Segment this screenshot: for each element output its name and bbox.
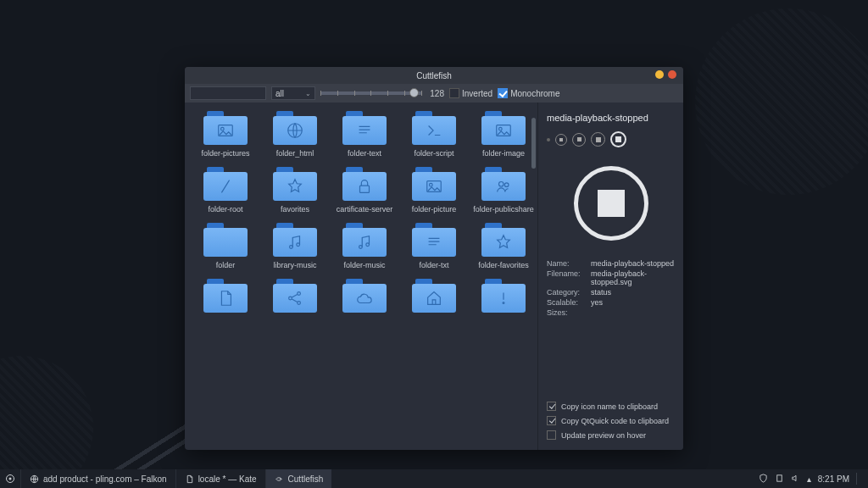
details-title: media-playback-stopped [547,113,675,123]
desktop-peek[interactable] [856,473,861,485]
icon-label: folder-picture [412,206,457,214]
folder-icon [342,167,387,201]
folder-icon [203,223,248,257]
copy-name-action[interactable]: Copy icon name to clipboard [547,402,675,411]
icon-cell-bang[interactable] [471,279,536,313]
icon-cell-share[interactable] [263,279,327,313]
icon-cell-folder-image[interactable]: folder-image [471,111,536,158]
details-metadata: Name: media-playback-stopped Filename: m… [547,259,675,317]
icon-cell-home[interactable] [402,279,466,313]
music-icon [351,233,378,252]
meta-category-key: Category: [547,288,587,297]
copy-name-label: Copy icon name to clipboard [561,402,658,411]
icon-cell-library-music[interactable]: library-music [263,223,327,270]
folder-icon [481,111,526,145]
monochrome-checkbox[interactable] [498,88,508,98]
icon-label: folder_html [276,150,314,158]
folder-icon [273,279,317,313]
task-label: locale * — Kate [198,474,257,484]
window-close-button[interactable] [668,70,676,79]
home-icon [420,289,448,308]
doc-icon [185,474,194,484]
icon-cell-doc[interactable] [193,279,258,313]
size-option-s[interactable] [555,134,567,146]
image-icon [212,121,239,140]
meta-category-value: status [591,288,675,297]
scrollbar-thumb[interactable] [531,118,536,169]
monochrome-label: Monochrome [510,89,559,98]
size-option-l[interactable] [591,132,605,147]
icon-cell-folder_html[interactable]: folder_html [263,111,327,158]
size-option-m[interactable] [572,133,586,147]
icon-cell-folder-music[interactable]: folder-music [332,223,397,270]
folder-icon [412,111,456,145]
folder-icon [203,167,248,201]
size-value: 128 [426,89,444,98]
icon-cell-folder-txt[interactable]: folder-txt [402,223,466,270]
icon-label: favorites [281,206,309,214]
filter-combo[interactable]: all ⌄ [271,86,315,100]
meta-name-value: media-playback-stopped [591,259,675,268]
size-option-xl[interactable] [610,131,626,147]
task-label: Cuttlefish [288,474,324,484]
folder-icon [481,279,526,313]
window-minimize-button[interactable] [655,70,664,79]
icon-cell-folder-pictures[interactable]: folder-pictures [193,111,258,158]
update-hover-action[interactable]: Update preview on hover [547,430,675,440]
icon-cell-folder-publicshare[interactable]: folder-publicshare [471,167,536,214]
folder-icon [273,111,317,145]
lines-icon [420,233,448,252]
icon-cell-favorites[interactable]: favorites [263,167,327,214]
icon-cell-folder-favorites[interactable]: folder-favorites [471,223,536,270]
search-input[interactable] [190,86,266,100]
icon-cell-cloud[interactable] [332,279,397,313]
size-option-xs[interactable] [547,138,550,141]
folder-icon [481,167,526,201]
inverted-checkbox[interactable] [449,88,459,98]
task-label: add product - pling.com – Falkon [43,474,167,484]
update-hover-label: Update preview on hover [561,431,646,440]
svg-point-1 [9,478,12,480]
music-icon [281,233,309,252]
start-button[interactable] [0,474,20,484]
icon-grid-viewport: folder-picturesfolder_htmlfolder-textfol… [185,103,537,450]
icon-label: cartificate-server [337,206,393,214]
volume-icon[interactable] [791,474,800,485]
taskbar-task[interactable]: locale * — Kate [175,469,265,488]
titlebar[interactable]: Cuttlefish [185,67,683,84]
lines-icon [351,121,378,140]
slider-thumb[interactable] [409,88,419,97]
meta-sizes-key: Sizes: [547,308,587,317]
icon-cell-cartificate-server[interactable]: cartificate-server [332,167,397,214]
inverted-label: Inverted [462,89,492,98]
copy-qt-label: Copy QtQuick code to clipboard [561,417,669,425]
icon-label: folder-txt [419,262,448,270]
icon-label: folder-pictures [201,150,249,158]
icon-cell-folder[interactable]: folder [193,223,258,270]
icon-cell-folder-script[interactable]: folder-script [402,111,466,158]
size-slider[interactable] [320,92,422,95]
toolbar: all ⌄ 128 Inverted Monochrome [185,84,683,103]
chevron-up-icon[interactable]: ▴ [807,474,811,484]
copy-name-checkbox[interactable] [547,402,556,411]
taskbar-task[interactable]: add product - pling.com – Falkon [20,469,175,488]
clock[interactable]: 8:21 PM [818,474,849,484]
window-title: Cuttlefish [416,71,452,80]
taskbar-task[interactable]: Cuttlefish [265,469,332,488]
icon-cell-folder-root[interactable]: folder-root [193,167,258,214]
meta-name-key: Name: [547,259,587,268]
folder-icon [203,279,248,313]
icon-label: folder [216,262,236,270]
icon-cell-folder-text[interactable]: folder-text [332,111,397,158]
folder-icon [412,279,456,313]
icon-cell-folder-picture[interactable]: folder-picture [402,167,466,214]
clipboard-icon[interactable] [775,474,784,485]
image-icon [420,177,448,196]
copy-qt-action[interactable]: Copy QtQuick code to clipboard [547,416,675,425]
star-icon [490,233,517,252]
copy-qt-checkbox[interactable] [547,416,556,425]
shield-icon[interactable] [759,474,768,485]
folder-icon [203,111,248,145]
update-hover-checkbox[interactable] [547,430,556,440]
taskbar: add product - pling.com – Falkonlocale *… [0,469,868,488]
